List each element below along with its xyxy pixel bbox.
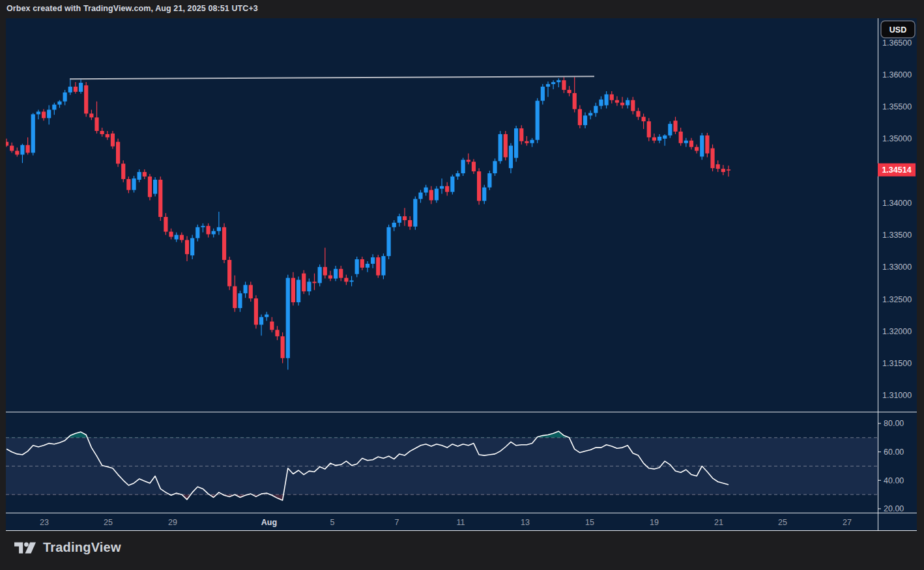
candle-body (376, 257, 380, 276)
candle-body (164, 217, 167, 232)
currency-button[interactable]: USD (881, 21, 915, 38)
candle-body (657, 137, 661, 141)
candle-body (238, 293, 242, 308)
candle-body (413, 199, 417, 226)
candle-body (477, 171, 481, 201)
candle-body (679, 132, 683, 143)
candle-body (169, 232, 173, 237)
price-tick-label: 1.35000 (882, 134, 912, 143)
candle-body (270, 322, 274, 330)
tradingview-logo-icon (14, 541, 36, 554)
candle-body (472, 162, 476, 171)
candle-body (143, 172, 147, 177)
time-tick-label: 29 (168, 518, 177, 527)
candle-body (493, 161, 497, 173)
candle-body (530, 140, 534, 143)
candle-body (695, 147, 699, 151)
candle-body (450, 177, 454, 192)
candle-body (567, 90, 571, 93)
time-tick-label: 13 (521, 518, 530, 527)
candle-body (334, 269, 338, 279)
candle-body (700, 135, 704, 157)
candle-body (116, 142, 120, 164)
candle-body (328, 276, 332, 279)
candle-body (323, 267, 327, 276)
candle-body (556, 80, 560, 82)
candle-body (74, 87, 78, 92)
candle-body (307, 282, 311, 292)
candle-body (217, 227, 221, 231)
candle-body (514, 128, 518, 158)
candle-body (498, 134, 502, 161)
candle-body (286, 278, 290, 358)
candle-body (583, 115, 587, 125)
candle-body (710, 149, 714, 169)
candle-body (626, 100, 629, 106)
candle-body (6, 142, 8, 146)
time-tick-label: 25 (104, 518, 113, 527)
candle-body (185, 240, 189, 254)
price-tick-label: 1.33500 (882, 231, 912, 240)
candle-body (190, 238, 194, 256)
candle-body (652, 137, 656, 141)
candle-body (180, 235, 184, 240)
candle-body (296, 280, 300, 302)
candle-body (344, 278, 348, 282)
candle-body (84, 85, 88, 113)
price-tick-label: 1.32500 (882, 295, 912, 304)
title-bar: Orbex created with TradingView.com, Aug … (0, 0, 924, 18)
candle-body (392, 223, 396, 227)
chart-area[interactable]: 1.365001.360001.355001.350001.340001.335… (6, 18, 917, 531)
candle-body (254, 298, 258, 324)
candle-body (126, 179, 130, 190)
candle-body (100, 131, 104, 134)
candle-body (175, 235, 179, 240)
candle-body (94, 117, 98, 131)
candle-body (504, 134, 508, 157)
candle-body (663, 135, 667, 139)
candle-body (403, 216, 407, 220)
price-tick-label: 1.31500 (882, 359, 912, 368)
candle-body (212, 231, 216, 235)
candle-body (137, 172, 141, 180)
currency-button-label: USD (889, 25, 906, 35)
rsi-tick-label: 80.00 (884, 419, 904, 428)
candle-body (111, 134, 115, 147)
tradingview-brand[interactable]: TradingView (14, 540, 121, 555)
candle-body (418, 193, 422, 199)
candle-body (445, 186, 449, 192)
candle-body (461, 160, 465, 173)
candle-body (610, 94, 614, 100)
candle-body (36, 111, 40, 114)
candle-body (244, 285, 248, 293)
candle-body (429, 190, 433, 201)
candle-body (689, 141, 693, 147)
candle-body (206, 226, 210, 235)
candle-body (519, 128, 523, 141)
candle-body (684, 141, 688, 143)
price-tick-label: 1.35500 (882, 102, 912, 111)
candle-body (63, 93, 67, 102)
chart-svg[interactable]: 1.365001.360001.355001.350001.340001.335… (6, 18, 917, 531)
rsi-tick-label: 60.00 (884, 448, 904, 457)
candle-body (355, 259, 359, 274)
candle-body (201, 226, 205, 227)
candle-body (291, 278, 295, 302)
candle-body (551, 82, 555, 84)
candle-body (716, 164, 720, 169)
candle-body (594, 106, 598, 113)
candle-body (482, 188, 486, 201)
candle-body (546, 84, 550, 87)
candle-body (647, 121, 651, 137)
candle-body (636, 111, 640, 117)
candle-body (281, 336, 285, 358)
time-tick-label: 11 (457, 518, 465, 527)
candle-body (158, 180, 162, 217)
time-tick-label: 19 (650, 518, 659, 527)
candle-body (440, 186, 444, 189)
candle-body (106, 134, 109, 137)
candle-body (536, 101, 540, 140)
candle-body (339, 269, 343, 278)
candle-body (455, 173, 459, 177)
candle-body (302, 274, 306, 292)
